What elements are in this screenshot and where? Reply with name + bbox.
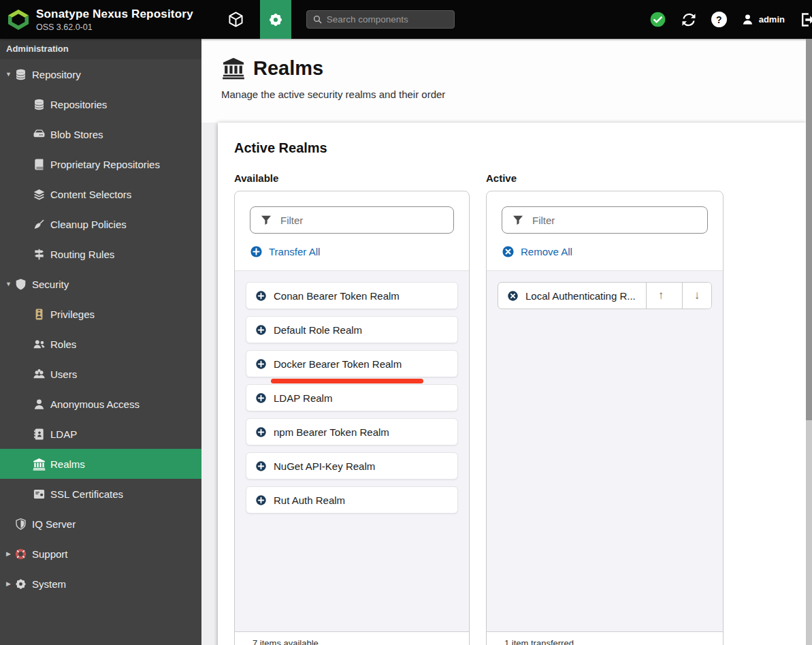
layers-icon [33,188,46,201]
sidebar-item-support[interactable]: ▶ Support [0,539,201,569]
plus-circle-icon [255,324,267,336]
sidebar-item-ssl-certificates[interactable]: SSL Certificates [0,479,201,509]
sidebar-item-label: Content Selectors [50,189,131,200]
sidebar-item-security[interactable]: ▼ Security [0,269,201,299]
admin-sidebar: Administration ▼ Repository Repositories… [0,39,201,645]
user-label: admin [759,14,785,25]
available-box-header: Transfer All [235,191,469,270]
filter-funnel-icon [260,214,272,226]
available-realm-item[interactable]: NuGet API-Key Realm [246,452,458,479]
sidebar-item-users[interactable]: Users [0,359,201,389]
available-realm-item[interactable]: Conan Bearer Token Realm [246,282,458,309]
sidebar-item-repositories[interactable]: Repositories [0,89,201,119]
sidebar-item-repository[interactable]: ▼ Repository [0,59,201,89]
sign-out-icon[interactable] [799,11,812,29]
caret-right-icon: ▶ [1,580,13,587]
sidebar-item-system[interactable]: ▶ System [0,569,201,599]
caret-down-icon: ▼ [1,281,13,287]
sidebar-item-label: Support [32,548,68,560]
browse-cube-icon [227,11,244,28]
available-realms-list: Conan Bearer Token Realm Default Role Re… [235,270,469,631]
sidebar-item-label: SSL Certificates [50,488,123,500]
realm-item-label: Rut Auth Realm [274,494,345,506]
sidebar-item-label: Privileges [50,309,95,320]
active-box-header: Remove All [487,191,723,270]
scrollbar-thumb[interactable] [806,39,812,420]
available-realm-item[interactable]: Rut Auth Realm [246,486,458,514]
browse-mode-button[interactable] [221,0,252,39]
available-realm-item[interactable]: Docker Bearer Token Realm [246,350,458,377]
status-check-icon[interactable] [649,11,666,28]
available-label: Available [234,172,470,184]
available-filter [250,206,454,234]
sidebar-item-label: IQ Server [32,518,76,530]
realm-item-label: Local Authenticating R... [525,290,639,302]
page-title: Realms [253,57,323,80]
database-icon [14,68,27,81]
search-input[interactable] [327,14,449,25]
available-realm-item[interactable]: npm Bearer Token Realm [246,418,458,445]
available-realm-item[interactable]: Default Role Realm [246,316,458,343]
sidebar-item-blob-stores[interactable]: Blob Stores [0,119,201,149]
active-filter [502,206,708,234]
transfer-all-button[interactable]: Transfer All [250,245,320,258]
search-icon [312,14,323,25]
user-menu[interactable]: admin [741,13,785,26]
realm-item-label: Default Role Realm [274,324,362,336]
sidebar-item-roles[interactable]: Roles [0,329,201,359]
available-realm-item[interactable]: LDAP Realm [246,384,458,411]
sidebar-item-content-selectors[interactable]: Content Selectors [0,179,201,209]
sidebar-item-ldap[interactable]: LDAP [0,419,201,449]
plus-circle-icon [255,358,267,370]
remove-all-button[interactable]: Remove All [502,245,572,258]
bank-icon [33,458,46,471]
realm-item-label: LDAP Realm [274,392,332,404]
bank-icon [221,57,246,80]
sidebar-item-routing-rules[interactable]: Routing Rules [0,239,201,269]
header-right-group: ? admin [649,11,812,29]
transfer-all-label: Transfer All [269,246,320,257]
active-label: Active [486,172,724,184]
sidebar-item-iq-server[interactable]: IQ Server [0,509,201,539]
refresh-icon[interactable] [681,12,697,28]
sidebar-section-title: Administration [0,39,201,59]
arrow-up-icon: ↑ [658,289,664,302]
settings-gear-icon [267,12,284,28]
admin-mode-button[interactable] [260,0,291,39]
user-friends-icon [33,338,46,351]
sidebar-item-realms[interactable]: Realms [0,449,201,479]
sidebar-item-label: Security [32,279,69,290]
user-icon [33,398,46,411]
available-filter-input[interactable] [250,206,454,234]
active-filter-input[interactable] [502,206,708,234]
sidebar-item-label: LDAP [50,428,77,440]
address-book-icon [33,428,46,441]
sidebar-item-anonymous-access[interactable]: Anonymous Access [0,389,201,419]
caret-right-icon: ▶ [1,550,13,557]
sonatype-logo [7,9,30,30]
sidebar-item-cleanup-policies[interactable]: Cleanup Policies [0,209,201,239]
id-badge-icon [33,308,46,321]
help-icon[interactable]: ? [711,12,727,27]
sidebar-item-proprietary-repositories[interactable]: Proprietary Repositories [0,149,201,179]
plus-circle-icon [255,494,267,506]
sidebar-item-privileges[interactable]: Privileges [0,299,201,329]
active-realm-item[interactable]: Local Authenticating R... ↑ ↓ [498,282,712,309]
broom-icon [33,218,46,231]
shield-outline-icon [14,518,27,531]
x-circle-icon [502,245,515,258]
brand-title: Sonatype Nexus Repository [36,7,193,21]
move-down-button[interactable]: ↓ [682,282,711,309]
sidebar-item-label: Repositories [50,99,107,110]
sidebar-item-label: Users [50,368,77,380]
sidebar-item-label: Cleanup Policies [50,219,127,230]
move-up-button[interactable]: ↑ [646,282,675,309]
sidebar-item-label: Blob Stores [50,129,103,140]
life-ring-icon [14,548,27,561]
sidebar-item-label: Realms [50,458,85,470]
book-icon [33,158,46,171]
top-header: Sonatype Nexus Repository OSS 3.62.0-01 … [0,0,812,39]
map-signs-icon [33,248,46,261]
sidebar-item-label: Proprietary Repositories [50,159,160,170]
plus-circle-icon [255,426,267,438]
